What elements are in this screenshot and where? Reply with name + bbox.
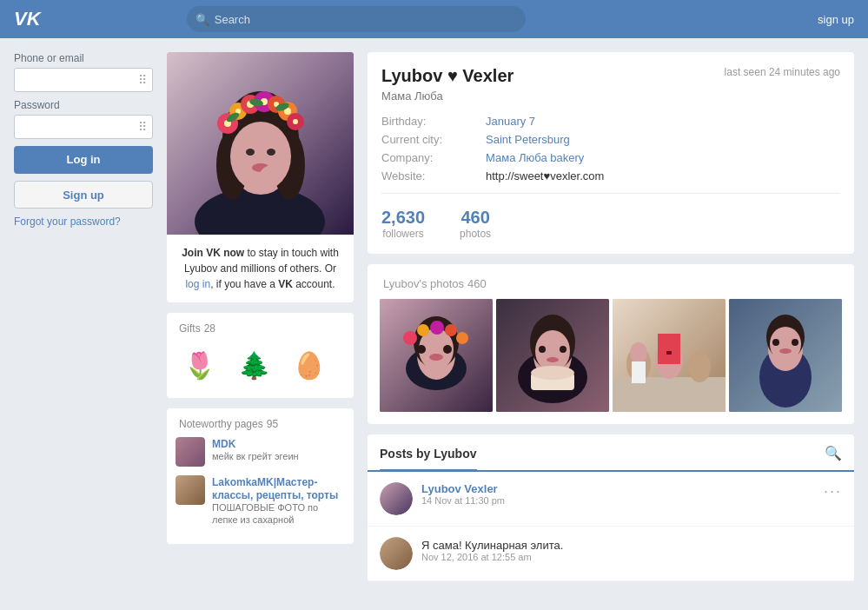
right-column: Lyubov ♥ Vexler last seen 24 minutes ago…: [368, 52, 854, 581]
forgot-password-link[interactable]: Forgot your password?: [14, 215, 153, 228]
phone-label: Phone or email: [14, 52, 153, 64]
posts-title: Posts by Lyubov: [380, 447, 477, 471]
vk-logo[interactable]: VK: [14, 8, 41, 30]
svg-point-37: [403, 331, 417, 345]
birthday-link[interactable]: January 7: [486, 115, 535, 128]
noteworthy-link-mdk[interactable]: MDK: [212, 438, 235, 450]
photos-card: Lyubov's photos460: [368, 264, 854, 424]
search-input[interactable]: [187, 6, 526, 32]
svg-point-36: [429, 354, 443, 361]
svg-rect-53: [613, 377, 726, 412]
photo-thumb-3[interactable]: [613, 299, 726, 412]
svg-point-48: [560, 346, 567, 353]
photo-thumb-1[interactable]: [380, 299, 493, 412]
noteworthy-item-1: MDK мейк вк грейт эгеин: [176, 437, 345, 467]
birthday-value: January 7: [486, 115, 535, 128]
join-text-bold: Join VK now: [182, 247, 244, 259]
gifts-row: 🌷 🌲 🥚: [176, 341, 345, 389]
sidebar: Phone or email ⠿ Password ⠿ Log in Sign …: [14, 52, 153, 581]
followers-stat: 2,630 followers: [381, 208, 425, 240]
birthday-row: Birthday: January 7: [381, 115, 840, 128]
join-text-part4: , if you have a: [210, 278, 278, 290]
photo-thumb-4[interactable]: [729, 299, 842, 412]
divider: [381, 193, 840, 194]
city-label: Current city:: [381, 133, 486, 146]
svg-point-40: [445, 324, 457, 336]
company-label: Company:: [381, 151, 486, 164]
header-search-container: 🔍: [187, 6, 526, 32]
post-content-1: Lyubov Vexler 14 Nov at 11:30 pm: [421, 482, 815, 506]
post-more-1[interactable]: ···: [824, 482, 842, 501]
post-avatar-2: [380, 537, 413, 570]
stats-row: 2,630 followers 460 photos: [381, 204, 840, 240]
login-button[interactable]: Log in: [14, 146, 153, 174]
post-text-2: Я сама! Кулинарная элита.: [421, 539, 842, 552]
city-link[interactable]: Saint Petersburg: [486, 133, 570, 146]
profile-photo-svg: [167, 52, 354, 235]
svg-point-7: [230, 122, 291, 191]
city-row: Current city: Saint Petersburg: [381, 133, 840, 146]
profile-photo-card: Join VK now to stay in touch with Lyubov…: [167, 52, 354, 302]
website-row: Website: http://sweet♥vexler.com: [381, 169, 840, 182]
website-value: http://sweet♥vexler.com: [486, 169, 604, 182]
svg-point-68: [779, 348, 792, 354]
svg-point-24: [293, 119, 298, 124]
svg-point-66: [772, 339, 779, 346]
post-time-2: Nov 12, 2016 at 12:55 am: [421, 552, 842, 562]
noteworthy-avatar-mdk: [176, 437, 205, 467]
svg-point-8: [246, 149, 255, 156]
svg-point-67: [792, 339, 798, 346]
post-time-1: 14 Nov at 11:30 pm: [421, 495, 815, 506]
photo-thumb-2[interactable]: [496, 299, 609, 412]
posts-search-icon[interactable]: 🔍: [825, 445, 842, 470]
photos-count-badge: 460: [467, 277, 487, 290]
gifts-count: 28: [204, 322, 215, 335]
post-item-1: Lyubov Vexler 14 Nov at 11:30 pm ···: [368, 472, 854, 527]
profile-photo: [167, 52, 354, 235]
noteworthy-title: Noteworthy pages95: [176, 417, 345, 430]
noteworthy-desc-mdk: мейк вк грейт эгеин: [212, 450, 299, 462]
profile-name-row: Lyubov ♥ Vexler last seen 24 minutes ago: [381, 66, 840, 86]
svg-point-41: [456, 332, 468, 344]
company-link[interactable]: Мама Люба bakery: [486, 151, 584, 164]
header: VK 🔍 sign up: [0, 0, 868, 38]
password-label: Password: [14, 99, 153, 111]
followers-label: followers: [381, 228, 425, 240]
gift-item-2: 🌲: [230, 341, 278, 389]
signup-button[interactable]: Sign up: [14, 181, 153, 209]
posts-header: Posts by Lyubov 🔍: [368, 434, 854, 472]
birthday-label: Birthday:: [381, 115, 486, 128]
gift-item-1: 🌷: [176, 341, 223, 389]
profile-lastseen: last seen 24 minutes ago: [725, 66, 840, 78]
svg-point-51: [531, 366, 574, 380]
profile-name: Lyubov ♥ Vexler: [381, 66, 514, 86]
noteworthy-card: Noteworthy pages95 MDK мейк вк грейт эге…: [167, 408, 354, 544]
password-input-wrap: ⠿: [14, 115, 153, 139]
profile-info-card: Lyubov ♥ Vexler last seen 24 minutes ago…: [368, 52, 854, 254]
post-author-1[interactable]: Lyubov Vexler: [421, 482, 498, 495]
password-input[interactable]: [20, 121, 138, 134]
svg-point-47: [539, 346, 546, 353]
posts-card: Posts by Lyubov 🔍 Lyubov Vexler 14 Nov a…: [368, 434, 854, 581]
header-signup-link[interactable]: sign up: [818, 13, 854, 26]
svg-point-38: [417, 324, 429, 336]
gifts-card: Gifts28 🌷 🌲 🥚: [167, 313, 354, 398]
svg-rect-57: [658, 334, 680, 364]
password-eye-icon[interactable]: ⠿: [138, 120, 147, 134]
login-link[interactable]: log in: [185, 278, 210, 290]
company-row: Company: Мама Люба bakery: [381, 151, 840, 164]
phone-input[interactable]: [20, 74, 138, 87]
noteworthy-link-lakomka[interactable]: LakomkaMK|Мастер-классы, рецепты, торты: [212, 476, 338, 501]
noteworthy-desc-lakomka: ПОШАГОВЫЕ ФОТО по лепке из сахарной: [212, 501, 345, 527]
phone-eye-icon[interactable]: ⠿: [138, 73, 147, 87]
join-vk-bold: VK: [278, 278, 293, 290]
gift-item-3: 🥚: [285, 341, 333, 389]
post-item-2: Я сама! Кулинарная элита. Nov 12, 2016 a…: [368, 527, 854, 581]
svg-point-58: [630, 342, 647, 363]
company-value: Мама Люба bakery: [486, 151, 584, 164]
post-content-2: Я сама! Кулинарная элита. Nov 12, 2016 a…: [421, 537, 842, 562]
svg-point-9: [267, 149, 275, 156]
noteworthy-info-mdk: MDK мейк вк грейт эгеин: [212, 437, 299, 462]
login-section: Phone or email ⠿ Password ⠿ Log in Sign …: [14, 52, 153, 228]
join-text: Join VK now to stay in touch with Lyubov…: [167, 235, 354, 302]
